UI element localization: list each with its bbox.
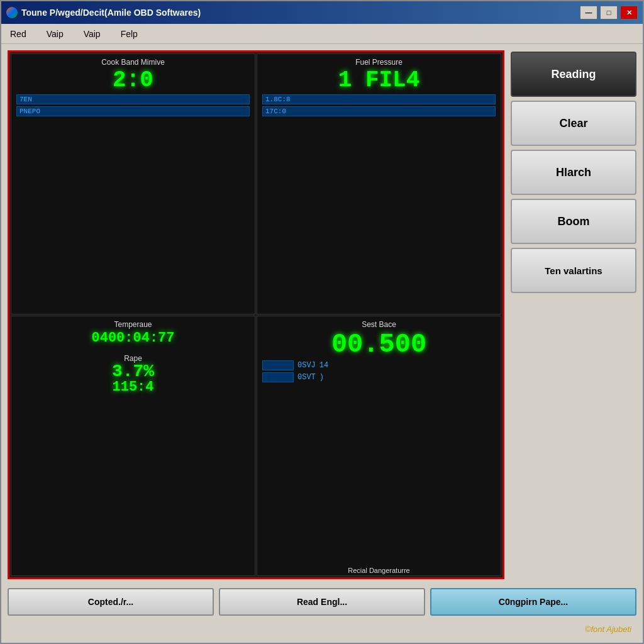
cook-band-bar1: 7EN xyxy=(16,94,250,104)
osvt-box2 xyxy=(262,372,294,382)
clear-button[interactable]: Clear xyxy=(511,101,636,146)
cook-band-title: Cook Band Mimive xyxy=(16,58,250,67)
boom-button[interactable]: Boom xyxy=(511,199,636,244)
gauge-fuel-pressure: Fuel Pressure 1 FIL4 1.8C:8 17C:0 xyxy=(257,53,501,314)
bottom-bar: Copted./r... Read Engl... C0ngpirn Pape.… xyxy=(8,586,636,618)
window-title: Toune P/wged/Decit(Amile OBD Softwares) xyxy=(21,8,201,18)
hlarch-button[interactable]: Hlarch xyxy=(511,150,636,195)
title-buttons: — □ ✕ xyxy=(580,6,638,19)
temperature-value: 0400:04:77 xyxy=(16,331,250,345)
osvt-box1 xyxy=(262,360,294,370)
cook-band-bar1-label: 7EN xyxy=(19,96,32,103)
osvt1-label: 0SVJ xyxy=(297,361,316,370)
fuel-pressure-title: Fuel Pressure xyxy=(262,58,496,67)
reading-button[interactable]: Reading xyxy=(511,52,636,97)
rape-value: 3.7% xyxy=(16,363,250,380)
menu-item-vaip2[interactable]: Vaip xyxy=(80,28,104,40)
maximize-button[interactable]: □ xyxy=(600,6,618,19)
cook-band-value: 2:0 xyxy=(16,69,250,92)
recial-label: Recial Dangeraturre xyxy=(257,567,501,574)
cook-band-bars: 7EN PNEPO xyxy=(16,94,250,116)
gauge-cook-band: Cook Band Mimive 2:0 7EN PNEPO xyxy=(11,53,255,314)
sest-bace-title: Sest Bace xyxy=(262,320,496,329)
temperature-title: Temperaue xyxy=(16,320,250,329)
osvt2-label: 0SVT xyxy=(297,373,316,382)
right-panel: Reading Clear Hlarch Boom Ten valartins xyxy=(511,50,636,579)
menu-item-red[interactable]: Red xyxy=(6,28,30,40)
sest-bace-osvt-group: 0SVJ 14 0SVT ) xyxy=(262,360,496,382)
cook-band-bar2: PNEPO xyxy=(16,106,250,116)
upper-area: Cook Band Mimive 2:0 7EN PNEPO Fuel Pres… xyxy=(8,50,636,579)
watermark: ©font Ajubeti xyxy=(8,625,636,636)
osvt-row1: 0SVJ 14 xyxy=(262,360,496,370)
close-button[interactable]: ✕ xyxy=(620,6,638,19)
fuel-pressure-bar2-label: 17C:0 xyxy=(265,108,286,115)
obd-panel: Cook Band Mimive 2:0 7EN PNEPO Fuel Pres… xyxy=(8,50,504,579)
osvt1-val: 14 xyxy=(319,361,328,370)
fuel-pressure-value: 1 FIL4 xyxy=(262,69,496,92)
cook-band-bar2-label: PNEPO xyxy=(19,108,40,115)
title-bar-left: Toune P/wged/Decit(Amile OBD Softwares) xyxy=(6,7,201,18)
osvt2-val: ) xyxy=(319,373,324,382)
fuel-pressure-bar1: 1.8C:8 xyxy=(262,94,496,104)
title-bar: Toune P/wged/Decit(Amile OBD Softwares) … xyxy=(1,1,643,24)
osvt-row2: 0SVT ) xyxy=(262,372,496,382)
ten-valartins-button[interactable]: Ten valartins xyxy=(511,248,636,293)
app-icon xyxy=(6,7,18,18)
fuel-pressure-bar1-label: 1.8C:8 xyxy=(265,96,291,103)
minimize-button[interactable]: — xyxy=(580,6,597,19)
fuel-pressure-bars: 1.8C:8 17C:0 xyxy=(262,94,496,116)
main-content: Cook Band Mimive 2:0 7EN PNEPO Fuel Pres… xyxy=(1,44,643,643)
menu-item-vaip1[interactable]: Vaip xyxy=(43,28,67,40)
rape-value2: 115:4 xyxy=(16,380,250,394)
sest-bace-value: 00.500 xyxy=(262,331,496,358)
gauge-sest-bace: Sest Bace 00.500 0SVJ 14 0SVT ) xyxy=(257,316,501,577)
congpirn-pape-button[interactable]: C0ngpirn Pape... xyxy=(430,588,636,616)
gauge-temperature: Temperaue 0400:04:77 Rape 3.7% 115:4 xyxy=(11,316,255,577)
copted-button[interactable]: Copted./r... xyxy=(8,588,214,616)
fuel-pressure-bar2: 17C:0 xyxy=(262,106,496,116)
menu-item-felp[interactable]: Felp xyxy=(117,28,142,40)
main-window: Toune P/wged/Decit(Amile OBD Softwares) … xyxy=(0,0,644,644)
read-engl-button[interactable]: Read Engl... xyxy=(219,588,425,616)
menu-bar: Red Vaip Vaip Felp xyxy=(1,24,643,44)
